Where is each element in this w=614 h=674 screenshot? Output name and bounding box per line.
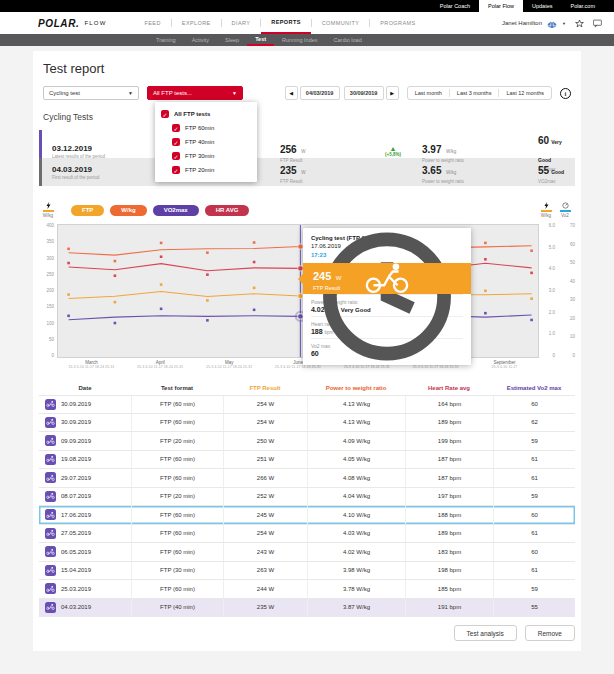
quick-range-last-3-months[interactable]: Last 3 months bbox=[450, 87, 499, 99]
week-labels: 25-3 4-10 11-17 18-24 25-31 bbox=[264, 365, 333, 369]
right-axis-wkg-header: W/kg bbox=[537, 202, 555, 218]
nav-item-programs[interactable]: PROGRAMS bbox=[370, 12, 425, 34]
checkbox-checked-icon[interactable]: ✓ bbox=[172, 138, 180, 146]
topbar-link[interactable]: Polar Flow bbox=[479, 0, 523, 12]
quick-range-last-month[interactable]: Last month bbox=[408, 87, 449, 99]
cyclist-icon bbox=[45, 454, 56, 465]
chart-plot[interactable]: Cycling test (FTP 60min) 17.06.2019 17:2… bbox=[57, 224, 539, 358]
chart-grid: 400350300250200150100500 Cycling test (F… bbox=[39, 224, 575, 369]
sport-select[interactable]: Cycling test▼ bbox=[43, 86, 139, 100]
sub-nav: TrainingActivitySleepTestRunning IndexCa… bbox=[0, 34, 614, 46]
summary-row-latest: 03.12.2019 Latest results of the period … bbox=[39, 130, 575, 158]
table-header: DateTest formatFTP ResultPower to weight… bbox=[39, 381, 575, 395]
dropdown-option[interactable]: ✓FTP 60min bbox=[161, 121, 251, 135]
next-period-button[interactable]: ▶ bbox=[386, 86, 399, 100]
y-tick: 30 bbox=[559, 298, 575, 302]
table-row[interactable]: 15.04.2019FTP (30 min)263 W3.98 W/kg198 … bbox=[39, 562, 575, 581]
table-row[interactable]: 27.05.2019FTP (60 min)254 W4.03 W/kg189 … bbox=[39, 525, 575, 544]
y-tick: 0 bbox=[543, 354, 555, 358]
date-to-input[interactable]: 30/09/2019 bbox=[344, 86, 384, 100]
cell-test-format: FTP (60 min) bbox=[131, 525, 223, 543]
user-name[interactable]: Janet Hamilton bbox=[502, 20, 542, 26]
chevron-down-icon[interactable]: ▼ bbox=[562, 21, 566, 26]
cell-vo2-max: 60 bbox=[493, 543, 575, 561]
cell-date: 29.07.2019 bbox=[39, 469, 131, 487]
polar-logo[interactable]: POLAR. bbox=[38, 18, 79, 29]
nav-item-diary[interactable]: DIARY bbox=[222, 12, 261, 34]
table-row[interactable]: 30.09.2019FTP (60 min)254 W4.13 W/kg189 … bbox=[39, 414, 575, 433]
topbar-link[interactable]: Polar Coach bbox=[431, 0, 479, 12]
dropdown-option[interactable]: ✓FTP 30min bbox=[161, 149, 251, 163]
nav-item-reports[interactable]: REPORTS bbox=[261, 12, 310, 34]
checkbox-checked-icon[interactable]: ✓ bbox=[161, 110, 169, 118]
tooltip-ftp-banner: 245 W FTP Result bbox=[303, 263, 471, 294]
y-tick: 3.0 bbox=[543, 289, 555, 293]
table-row[interactable]: 09.09.2019FTP (20 min)250 W4.09 W/kg199 … bbox=[39, 432, 575, 451]
cell-power-to-weight: 4.04 W/kg bbox=[307, 488, 405, 506]
left-axis-header: W/kg bbox=[39, 202, 57, 218]
checkbox-checked-icon[interactable]: ✓ bbox=[172, 152, 180, 160]
week-labels: 25-3 4-10 11-17 18-24 25-31 bbox=[401, 365, 470, 369]
cell-vo2-max: 60 bbox=[493, 396, 575, 413]
legend-pill-wkg[interactable]: W/kg bbox=[110, 205, 146, 216]
remove-button[interactable]: Remove bbox=[525, 625, 575, 641]
table-row[interactable]: 30.09.2019FTP (60 min)254 W4.13 W/kg164 … bbox=[39, 395, 575, 414]
cyclist-icon bbox=[45, 602, 56, 613]
legend-pill-hravg[interactable]: HR AVG bbox=[205, 205, 250, 216]
checkbox-checked-icon[interactable]: ✓ bbox=[172, 166, 180, 174]
right-axis-vo2-header: Vo2 bbox=[555, 202, 575, 218]
table-row[interactable]: 29.07.2019FTP (60 min)266 W4.08 W/kg187 … bbox=[39, 469, 575, 488]
legend-pill-ftp[interactable]: FTP bbox=[71, 205, 104, 216]
dropdown-option[interactable]: ✓All FTP tests bbox=[161, 107, 251, 121]
cyclist-icon bbox=[45, 435, 56, 446]
cell-test-format: FTP (20 min) bbox=[131, 432, 223, 450]
table-row[interactable]: 08.07.2019FTP (20 min)252 W4.04 W/kg197 … bbox=[39, 488, 575, 507]
page-title: Test report bbox=[43, 61, 575, 76]
nav-item-explore[interactable]: EXPLORE bbox=[172, 12, 221, 34]
cell-ftp-result: 250 W bbox=[223, 432, 307, 450]
cell-power-to-weight: 4.05 W/kg bbox=[307, 451, 405, 469]
subnav-item-test[interactable]: Test bbox=[247, 34, 274, 46]
subnav-item-activity[interactable]: Activity bbox=[184, 34, 217, 46]
dropdown-option-label: FTP 60min bbox=[185, 125, 214, 131]
table-row[interactable]: 17.06.2019FTP (60 min)245 W4.10 W/kg188 … bbox=[39, 506, 575, 525]
chat-icon[interactable] bbox=[593, 19, 602, 28]
checkbox-checked-icon[interactable]: ✓ bbox=[172, 124, 180, 132]
legend-pill-vo2max[interactable]: VO2max bbox=[153, 205, 199, 216]
table-row[interactable]: 06.05.2019FTP (60 min)243 W4.02 W/kg183 … bbox=[39, 543, 575, 562]
dropdown-option[interactable]: ✓FTP 40min bbox=[161, 135, 251, 149]
subnav-item-running-index[interactable]: Running Index bbox=[274, 34, 325, 46]
table-row[interactable]: 25.03.2019FTP (60 min)244 W3.78 W/kg185 … bbox=[39, 580, 575, 599]
test-analysis-button[interactable]: Test analysis bbox=[454, 625, 517, 641]
date-from-input[interactable]: 04/03/2019 bbox=[300, 86, 340, 100]
quick-range-last-12-months[interactable]: Last 12 months bbox=[499, 87, 551, 99]
subnav-item-cardio-load[interactable]: Cardio load bbox=[326, 34, 370, 46]
cell-date: 25.03.2019 bbox=[39, 580, 131, 598]
summary-date: 03.12.2019 Latest results of the period bbox=[52, 144, 168, 159]
table-header-test-format: Test format bbox=[131, 385, 223, 391]
summary-wkg: 3.65 W/kg Power to weight ratio bbox=[422, 160, 538, 184]
favorite-star-icon[interactable] bbox=[575, 19, 584, 28]
subnav-item-sleep[interactable]: Sleep bbox=[217, 34, 247, 46]
topbar-link[interactable]: Updates bbox=[523, 0, 562, 12]
topbar-link[interactable]: Polar.com bbox=[562, 0, 604, 12]
table-row[interactable]: 19.08.2019FTP (60 min)251 W4.05 W/kg187 … bbox=[39, 451, 575, 470]
cell-date: 04.03.2019 bbox=[39, 599, 131, 617]
topbar-links: Polar CoachPolar FlowUpdatesPolar.com bbox=[431, 0, 604, 12]
y-tick: 150 bbox=[39, 305, 54, 309]
cyclist-icon bbox=[45, 491, 56, 502]
info-icon[interactable]: i bbox=[560, 88, 571, 99]
cyclist-icon bbox=[45, 565, 56, 576]
test-type-select[interactable]: All FTP tests...▼ bbox=[147, 86, 243, 100]
summary-date: 04.03.2019 First result of the period bbox=[52, 165, 168, 180]
subnav-item-training[interactable]: Training bbox=[148, 34, 184, 46]
dropdown-option[interactable]: ✓FTP 20min bbox=[161, 163, 251, 177]
nav-items: FEEDEXPLOREDIARYREPORTSCOMMUNITYPROGRAMS bbox=[135, 12, 426, 34]
main-nav: POLAR. FLOW FEEDEXPLOREDIARYREPORTSCOMMU… bbox=[0, 12, 614, 34]
table-row[interactable]: 04.03.2019FTP (40 min)235 W3.87 W/kg191 … bbox=[39, 599, 575, 618]
y-tick: 5.0 bbox=[543, 246, 555, 250]
avatar[interactable] bbox=[547, 18, 557, 28]
prev-period-button[interactable]: ◀ bbox=[285, 86, 298, 100]
nav-item-feed[interactable]: FEED bbox=[135, 12, 171, 34]
nav-item-community[interactable]: COMMUNITY bbox=[312, 12, 370, 34]
